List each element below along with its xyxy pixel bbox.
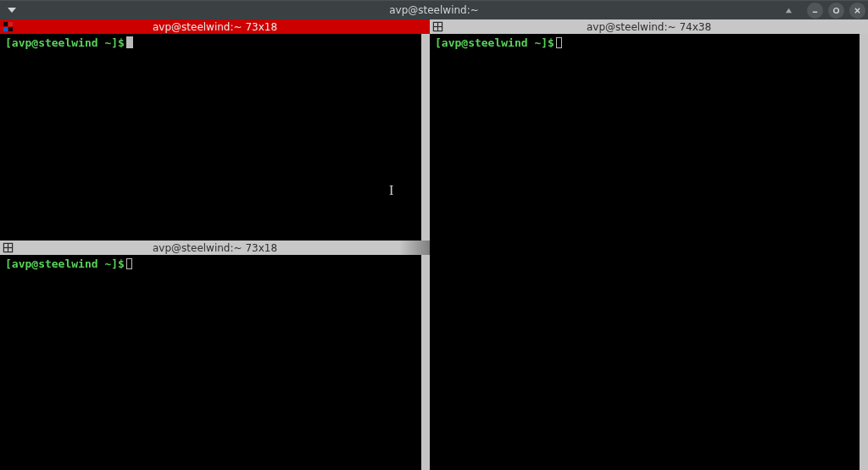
window-titlebar[interactable]: avp@steelwind:~: [0, 0, 868, 19]
text-cursor-block: [126, 36, 133, 48]
close-icon: [854, 7, 861, 14]
terminal-body-right[interactable]: [avp@steelwind ~]$: [430, 34, 868, 470]
pane-titlebar-right[interactable]: avp@steelwind:~ 74x38: [430, 19, 868, 34]
prompt-bracket-close: ]: [111, 36, 118, 49]
scrollbar-top-left[interactable]: [421, 34, 430, 241]
terminal-body-top-left[interactable]: [avp@steelwind ~]$ I: [0, 34, 430, 241]
terminal-pane-right: avp@steelwind:~ 74x38 [avp@steelwind ~]$: [430, 19, 868, 470]
prompt-user-host: avp@steelwind: [442, 36, 528, 49]
terminal-pane-top-left: avp@steelwind:~ 73x18 [avp@steelwind ~]$…: [0, 19, 430, 241]
ibeam-cursor-icon: I: [389, 184, 393, 197]
text-cursor-outline: [126, 258, 132, 269]
prompt-bracket-close: ]: [541, 36, 548, 49]
window-title: avp@steelwind:~: [389, 4, 479, 16]
chevron-down-icon: [8, 8, 16, 13]
prompt-bracket-open: [: [5, 257, 12, 270]
scrollbar-bottom-left[interactable]: [421, 255, 430, 470]
prompt-symbol: $: [118, 257, 125, 270]
svg-rect-5: [8, 21, 12, 25]
pane-title-label: avp@steelwind:~ 73x18: [153, 21, 277, 33]
terminator-split-container: avp@steelwind:~ 73x18 [avp@steelwind ~]$…: [0, 19, 868, 470]
window-controls: [782, 1, 868, 19]
pane-titlebar-bottom-left[interactable]: avp@steelwind:~ 73x18: [0, 241, 430, 255]
minimize-icon: [811, 7, 819, 14]
triangle-up-icon: [785, 7, 793, 14]
pane-title-label: avp@steelwind:~ 74x38: [587, 21, 711, 33]
prompt-user-host: avp@steelwind: [12, 36, 98, 49]
text-cursor-outline: [556, 37, 562, 48]
prompt-user-host: avp@steelwind: [12, 257, 98, 270]
broadcast-icon[interactable]: [2, 20, 14, 32]
maximize-button[interactable]: [828, 3, 844, 19]
svg-rect-4: [3, 21, 7, 25]
svg-rect-6: [3, 26, 7, 30]
terminal-body-bottom-left[interactable]: [avp@steelwind ~]$: [0, 255, 430, 470]
scrollbar-right[interactable]: [860, 34, 868, 470]
prompt-bracket-open: [: [5, 36, 12, 49]
group-icon[interactable]: [431, 20, 443, 32]
group-icon[interactable]: [2, 241, 14, 253]
maximize-icon: [832, 7, 840, 14]
pane-titlebar-top-left[interactable]: avp@steelwind:~ 73x18: [0, 19, 430, 34]
prompt-symbol: $: [548, 36, 554, 49]
shade-button[interactable]: [782, 3, 795, 17]
terminal-pane-bottom-left: avp@steelwind:~ 73x18 [avp@steelwind ~]$: [0, 241, 430, 470]
minimize-button[interactable]: [807, 3, 823, 19]
left-column: avp@steelwind:~ 73x18 [avp@steelwind ~]$…: [0, 19, 430, 470]
pane-title-label: avp@steelwind:~ 73x18: [153, 242, 277, 254]
prompt-symbol: $: [118, 36, 125, 49]
close-button[interactable]: [849, 3, 865, 19]
prompt-bracket-close: ]: [111, 257, 118, 270]
svg-point-1: [834, 8, 839, 13]
app-menu-button[interactable]: [5, 3, 19, 17]
right-column: avp@steelwind:~ 74x38 [avp@steelwind ~]$: [430, 19, 868, 470]
svg-rect-7: [8, 26, 12, 30]
prompt-bracket-open: [: [435, 36, 442, 49]
